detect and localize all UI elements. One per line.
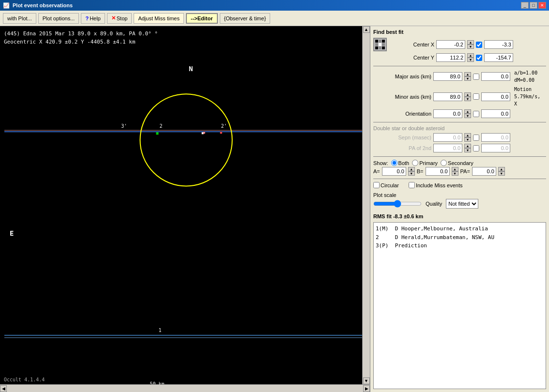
divider-3 — [373, 156, 546, 157]
chord1-label: 1 — [158, 328, 161, 333]
a-down[interactable]: ▼ — [408, 171, 415, 176]
pa-input[interactable] — [472, 167, 496, 176]
center-x-spinner[interactable]: ▲ ▼ — [467, 40, 474, 49]
stop-icon: ✕ — [111, 15, 116, 21]
a-input[interactable] — [382, 167, 406, 176]
pa-2nd-up[interactable]: ▲ — [464, 144, 471, 148]
minor-axis-extra[interactable] — [481, 92, 510, 101]
a-spinner[interactable]: ▲ ▼ — [408, 167, 415, 176]
major-axis-spinner[interactable]: ▲ ▼ — [464, 72, 471, 81]
major-axis-checkbox[interactable] — [473, 74, 479, 80]
plot-area[interactable]: (445) Edna 2015 Mar 13 89.0 x 89.0 km, P… — [0, 26, 370, 392]
chord2-right-label: 2' — [221, 123, 227, 129]
center-y-up[interactable]: ▲ — [467, 53, 474, 58]
sepn-extra[interactable] — [481, 133, 510, 142]
minor-axis-up[interactable]: ▲ — [464, 92, 471, 97]
sepn-spinner[interactable]: ▲ ▼ — [464, 133, 471, 142]
circular-group[interactable]: Circular — [373, 182, 399, 188]
pa-down[interactable]: ▼ — [498, 171, 505, 176]
quality-select[interactable]: Not fitted Good Fair Poor — [446, 199, 478, 209]
center-x-down[interactable]: ▼ — [467, 45, 474, 49]
center-y-checkbox[interactable] — [476, 55, 482, 61]
list-item: 2 D Herald,Murrumbateman, NSW, AU — [376, 233, 544, 242]
minor-axis-checkbox[interactable] — [473, 93, 479, 100]
with-plot-button[interactable]: with Plot... — [3, 13, 36, 24]
show-label: Show: — [373, 160, 388, 166]
pa-2nd-extra[interactable] — [481, 144, 510, 152]
sepn-up[interactable]: ▲ — [464, 133, 471, 137]
orientation-spinner[interactable]: ▲ ▼ — [464, 109, 471, 118]
sepn-down[interactable]: ▼ — [464, 137, 471, 142]
scroll-down-button[interactable]: ▼ — [363, 377, 370, 384]
scroll-right-button[interactable]: ▶ — [363, 385, 370, 392]
maximize-button[interactable]: □ — [530, 2, 537, 9]
major-axis-extra[interactable] — [481, 72, 510, 81]
minor-axis-spinner[interactable]: ▲ ▼ — [464, 92, 471, 101]
divider-2 — [373, 122, 546, 122]
orientation-up[interactable]: ▲ — [464, 109, 471, 114]
observations-list: 1(M) D Hooper,Melbourne, Australia2 D He… — [373, 222, 546, 389]
minimize-button[interactable]: _ — [521, 2, 529, 9]
b-up[interactable]: ▲ — [452, 167, 458, 171]
pa-2nd-down[interactable]: ▼ — [464, 148, 471, 152]
radio-secondary[interactable]: Secondary — [441, 160, 473, 166]
include-miss-group[interactable]: Include Miss events — [409, 182, 463, 188]
ratio-info: a/b=1.00 dM=0.00 — [514, 69, 537, 84]
plot-scale-slider[interactable] — [373, 200, 422, 208]
center-x-extra[interactable] — [484, 40, 513, 49]
minor-axis-down[interactable]: ▼ — [464, 97, 471, 101]
radio-primary[interactable]: Primary — [412, 160, 438, 166]
pa-2nd-input[interactable] — [433, 144, 462, 152]
orientation-label: Orientation — [373, 111, 431, 117]
orientation-input[interactable] — [433, 109, 462, 118]
fit-icon — [373, 38, 387, 51]
center-y-extra[interactable] — [484, 53, 513, 62]
v-scrollbar[interactable]: ▲ ▼ — [362, 26, 370, 384]
pa-2nd-checkbox[interactable] — [473, 145, 479, 151]
radio-secondary-input[interactable] — [441, 160, 447, 166]
motion-value: 5.79km/s, X — [514, 93, 546, 107]
radio-primary-input[interactable] — [412, 160, 418, 166]
center-y-input[interactable] — [436, 53, 465, 62]
plot-options-button[interactable]: Plot options... — [38, 13, 79, 24]
scroll-left-button[interactable]: ◀ — [0, 385, 7, 392]
observer-time-button[interactable]: {Observer & time} — [220, 13, 271, 24]
stop-button[interactable]: ✕ Stop — [107, 13, 132, 24]
pa-2nd-spinner[interactable]: ▲ ▼ — [464, 144, 471, 152]
b-input[interactable] — [426, 167, 450, 176]
center-x-up[interactable]: ▲ — [467, 40, 474, 45]
center-y-spinner[interactable]: ▲ ▼ — [467, 53, 474, 62]
pa-spinner[interactable]: ▲ ▼ — [498, 167, 505, 176]
a-up[interactable]: ▲ — [408, 167, 415, 171]
divider-4 — [373, 179, 546, 179]
sepn-checkbox[interactable] — [473, 135, 479, 141]
main-container: (445) Edna 2015 Mar 13 89.0 x 89.0 km, P… — [0, 26, 549, 392]
minor-axis-input[interactable] — [433, 92, 462, 101]
help-button[interactable]: ? Help — [81, 13, 105, 24]
orientation-extra[interactable] — [481, 109, 510, 118]
include-miss-checkbox[interactable] — [409, 182, 415, 188]
radio-both-input[interactable] — [391, 160, 397, 166]
center-x-checkbox[interactable] — [476, 42, 482, 48]
version-label: Occult 4.1.4.4 — [4, 377, 45, 382]
major-axis-down[interactable]: ▼ — [464, 76, 471, 81]
app-icon: 📈 — [3, 2, 10, 9]
scroll-up-button[interactable]: ▲ — [363, 26, 370, 33]
orientation-down[interactable]: ▼ — [464, 114, 471, 118]
orientation-checkbox[interactable] — [473, 111, 479, 117]
plot-scale-label: Plot scale — [373, 192, 396, 198]
close-button[interactable]: ✕ — [538, 2, 546, 9]
sepn-input[interactable] — [433, 133, 462, 142]
circular-checkbox[interactable] — [373, 182, 380, 188]
center-x-input[interactable] — [436, 40, 465, 49]
major-axis-input[interactable] — [433, 72, 462, 81]
radio-both[interactable]: Both — [391, 160, 410, 166]
pa-up[interactable]: ▲ — [498, 167, 505, 171]
center-y-down[interactable]: ▼ — [467, 58, 474, 62]
b-spinner[interactable]: ▲ ▼ — [452, 167, 458, 176]
h-scrollbar[interactable]: ◀ ▶ — [0, 384, 370, 392]
adjust-miss-button[interactable]: Adjust Miss times — [134, 13, 184, 24]
editor-button[interactable]: -->Editor — [186, 13, 218, 24]
major-axis-up[interactable]: ▲ — [464, 72, 471, 76]
b-down[interactable]: ▼ — [452, 171, 458, 176]
